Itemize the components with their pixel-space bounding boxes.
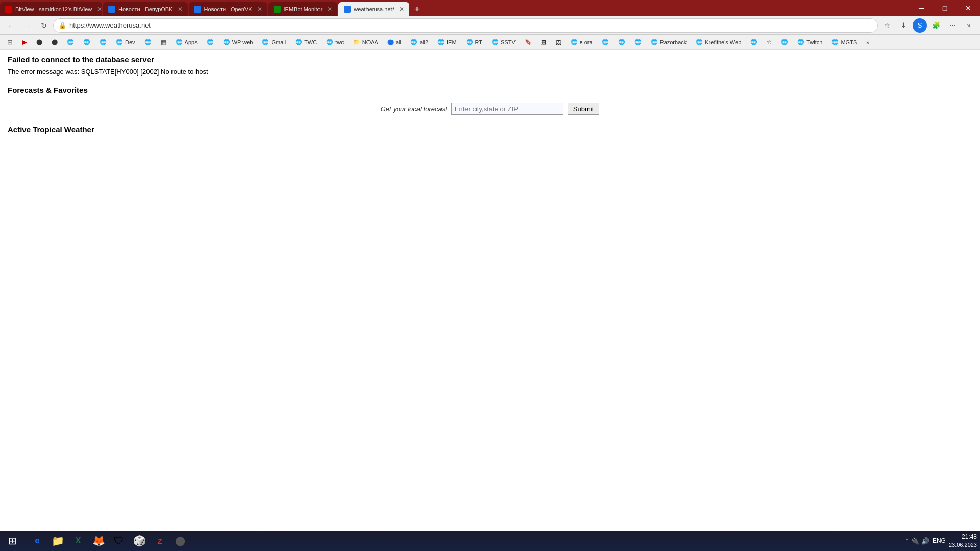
bookmark-globe3[interactable]: 🌐 — [95, 36, 111, 48]
address-input[interactable] — [69, 21, 872, 29]
tab-close-vepurovk[interactable]: ✕ — [178, 6, 183, 13]
tab-openvk[interactable]: Новости - OpenVK ✕ — [189, 2, 267, 16]
tab-vepurovk[interactable]: Новости - ВепурОВК ✕ — [103, 2, 188, 16]
bookmarks-more[interactable]: » — [862, 36, 873, 48]
language-indicator[interactable]: ENG — [933, 537, 946, 544]
bookmark-krefifne[interactable]: 🌐Krefifne's Web — [692, 36, 745, 48]
tab-close-iembot[interactable]: ✕ — [327, 6, 332, 13]
bookmark-twitch[interactable]: 🌐Twitch — [793, 36, 826, 48]
bookmark-mgts[interactable]: 🌐MGTS — [827, 36, 861, 48]
globe-icon-9: 🌐 — [750, 39, 757, 45]
taskbar: ⊞ e 📁 X 🦊 🛡 🎲 Z ⬤ ˄ 🔌 🔊 ENG 21:48 23.06.… — [0, 531, 980, 551]
tab-close-openvk[interactable]: ✕ — [257, 6, 262, 13]
tab-weatherusa[interactable]: weatherusa.net/ ✕ — [338, 2, 409, 16]
forecast-label: Get your local forecast — [381, 105, 447, 113]
bookmark-dev[interactable]: 🌐Dev — [112, 36, 139, 48]
bookmark-grid[interactable]: ⊞ — [3, 36, 17, 48]
taskbar-explorer[interactable]: 📁 — [48, 532, 67, 550]
bookmark-globe9[interactable]: 🌐 — [746, 36, 762, 48]
bookmark-wpweb[interactable]: 🌐WP web — [219, 36, 257, 48]
bookmark-youtube[interactable]: ▶ — [18, 36, 31, 48]
tab-label-vepurovk: Новости - ВепурОВК — [118, 6, 173, 12]
extensions-button[interactable]: 🧩 — [929, 18, 943, 33]
bookmark-globe7[interactable]: 🌐 — [614, 36, 629, 48]
bookmark-iem[interactable]: 🌐IEM — [433, 36, 461, 48]
taskbar-ie[interactable]: e — [28, 532, 46, 550]
bookmark-globe2[interactable]: 🌐 — [79, 36, 94, 48]
bookmark-apps[interactable]: 🌐Apps — [172, 36, 202, 48]
menu-button[interactable]: ⋯ — [945, 18, 960, 33]
bookmark-label-all: all — [396, 39, 401, 45]
tab-favicon-vepurovk — [108, 6, 115, 13]
bookmark-sstv[interactable]: 🌐SSTV — [487, 36, 520, 48]
globe-icon-sstv: 🌐 — [492, 39, 499, 45]
bookmark-label-sstv: SSTV — [501, 39, 516, 45]
globe-icon-gmail: 🌐 — [262, 39, 269, 45]
tab-favicon-bitview — [5, 6, 12, 13]
profile-button[interactable]: S — [913, 18, 927, 33]
bookmark-globe5[interactable]: 🌐 — [203, 36, 218, 48]
bookmark-label-twc1: TWC — [304, 39, 317, 45]
bookmark-all[interactable]: ⬤all — [383, 36, 405, 48]
taskbar-firefox[interactable]: 🦊 — [89, 532, 108, 550]
taskbar-unknown2[interactable]: 🎲 — [130, 532, 149, 550]
bookmark-twc2[interactable]: 🌐twc — [322, 36, 348, 48]
bookmark-img1[interactable]: 🖼 — [537, 36, 551, 48]
tab-close-weatherusa[interactable]: ✕ — [399, 6, 404, 13]
globe-icon-2: 🌐 — [83, 39, 90, 45]
minimize-button[interactable]: ─ — [910, 0, 933, 16]
taskbar-unknown1[interactable]: 🛡 — [110, 532, 128, 550]
new-tab-button[interactable]: + — [410, 2, 424, 16]
submit-button[interactable]: Submit — [568, 103, 599, 115]
bookmark-twc1[interactable]: 🌐TWC — [291, 36, 321, 48]
bookmark-globe6[interactable]: 🌐 — [598, 36, 613, 48]
bookmark-label-mgts: MGTS — [841, 39, 857, 45]
img-icon-1: 🖼 — [541, 39, 547, 45]
bookmark-globe10[interactable]: 🌐 — [777, 36, 792, 48]
back-button[interactable]: ← — [4, 18, 18, 33]
taskbar-excel[interactable]: X — [69, 532, 87, 550]
bookmark-globe1[interactable]: 🌐 — [63, 36, 78, 48]
star-icon: ☆ — [767, 39, 772, 45]
maximize-button[interactable]: □ — [933, 0, 957, 16]
taskbar-filezilla[interactable]: Z — [151, 532, 169, 550]
flame-icon: 🔖 — [525, 39, 532, 45]
bookmark-img2[interactable]: 🖼 — [552, 36, 566, 48]
volume-icon[interactable]: 🔊 — [921, 537, 929, 545]
bookmark-gmail[interactable]: 🌐Gmail — [258, 36, 290, 48]
tray-expand-button[interactable]: ˄ — [905, 538, 908, 544]
close-button[interactable]: ✕ — [957, 0, 980, 16]
tab-favicon-iembot — [274, 6, 281, 13]
tab-close-bitview[interactable]: ✕ — [97, 6, 102, 13]
bookmark-rt[interactable]: 🌐RT — [462, 36, 486, 48]
bookmark-icon2[interactable]: ⬤ — [47, 36, 62, 48]
clock[interactable]: 21:48 23.06.2023 — [949, 533, 977, 549]
bookmark-star[interactable]: ☆ — [763, 36, 776, 48]
bookmark-voga[interactable]: 🌐в ога — [567, 36, 597, 48]
bookmark-globe4[interactable]: 🌐 — [140, 36, 156, 48]
forecast-input[interactable] — [451, 103, 564, 115]
more-icon: » — [866, 39, 869, 45]
forward-button[interactable]: → — [20, 18, 35, 33]
globe-icon-1: 🌐 — [67, 39, 74, 45]
bookmark-noaa[interactable]: 📁NOAA — [349, 36, 382, 48]
tab-bitview[interactable]: BitView - samirkon12's BitView ✕ — [0, 2, 102, 16]
bookmark-globe8[interactable]: 🌐 — [630, 36, 646, 48]
taskbar-obs[interactable]: ⬤ — [171, 532, 189, 550]
bookmark-all2[interactable]: 🌐all2 — [406, 36, 432, 48]
bookmark-star-button[interactable]: ☆ — [880, 18, 894, 33]
page-content: Failed to connect to the database server… — [0, 50, 980, 531]
bookmark-razorback[interactable]: 🌐Razorback — [647, 36, 691, 48]
bookmark-box[interactable]: ▦ — [157, 36, 170, 48]
bookmark-icon1[interactable]: ⬤ — [32, 36, 46, 48]
start-button[interactable]: ⊞ — [3, 532, 21, 550]
sidebar-button[interactable]: » — [962, 18, 976, 33]
favorites-button[interactable]: ⬇ — [896, 18, 911, 33]
address-bar-container[interactable]: 🔒 — [53, 18, 878, 33]
tropical-heading: Active Tropical Weather — [8, 125, 972, 134]
refresh-button[interactable]: ↻ — [37, 18, 51, 33]
error-title: Failed to connect to the database server — [8, 55, 972, 64]
bookmark-flame[interactable]: 🔖 — [521, 36, 536, 48]
globe-icon-10: 🌐 — [781, 39, 788, 45]
tab-iembot[interactable]: IEMBot Monitor ✕ — [268, 2, 338, 16]
